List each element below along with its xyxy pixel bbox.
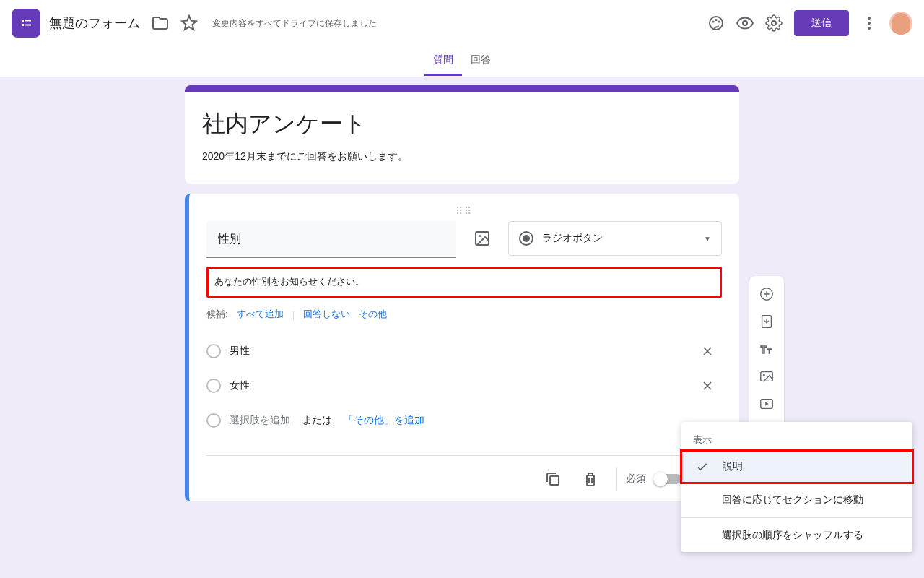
question-card[interactable]: ⠿⠿ ラジオボタン ▼ あなたの性別をお知らせください。 候補: すべて追加 |… (185, 194, 739, 501)
svg-point-10 (772, 21, 776, 25)
svg-rect-1 (22, 20, 24, 22)
question-type-label: ラジオボタン (542, 232, 704, 245)
svg-text:T: T (761, 345, 767, 355)
required-toggle[interactable] (655, 474, 681, 484)
form-title[interactable]: 社内アンケート (202, 108, 722, 140)
preview-icon[interactable] (731, 9, 759, 38)
svg-rect-4 (25, 25, 31, 26)
forms-logo[interactable] (12, 9, 40, 38)
form-description[interactable]: 2020年12月末までにご回答をお願いします。 (202, 150, 722, 163)
suggestion-other[interactable]: その他 (359, 308, 387, 321)
tab-responses[interactable]: 回答 (462, 53, 500, 76)
menu-item-label: 説明 (723, 460, 743, 473)
remove-option-icon[interactable] (693, 371, 722, 400)
chevron-down-icon: ▼ (704, 235, 711, 243)
question-options-menu: 表示 説明 回答に応じてセクションに移動 選択肢の順序をシャッフルする (681, 422, 912, 552)
save-status: 変更内容をすべてドライブに保存しました (212, 17, 377, 30)
question-title-input[interactable] (206, 221, 456, 258)
option-or-text: または (302, 414, 332, 427)
svg-point-15 (479, 235, 481, 237)
document-title[interactable]: 無題のフォーム (49, 14, 140, 32)
question-type-select[interactable]: ラジオボタン ▼ (508, 221, 722, 256)
delete-icon[interactable] (573, 462, 608, 496)
svg-text:T: T (767, 348, 772, 355)
svg-point-13 (868, 27, 871, 30)
radio-icon (206, 379, 221, 393)
avatar[interactable] (889, 12, 912, 35)
duplicate-icon[interactable] (536, 462, 570, 496)
option-row: 女性 (206, 368, 722, 403)
menu-item-label: 選択肢の順序をシャッフルする (722, 529, 863, 542)
drag-handle-icon[interactable]: ⠿⠿ (206, 208, 722, 218)
add-option-row: 選択肢を追加 または 「その他」を追加 (206, 403, 722, 438)
required-label: 必須 (626, 473, 646, 486)
add-title-icon[interactable]: TT (754, 336, 780, 362)
svg-rect-16 (550, 476, 559, 485)
svg-point-25 (763, 374, 765, 376)
add-question-icon[interactable] (754, 281, 780, 307)
add-video-icon[interactable] (754, 391, 780, 417)
svg-point-11 (868, 17, 871, 20)
svg-rect-2 (25, 20, 31, 22)
add-image-icon[interactable] (754, 363, 780, 389)
menu-item-shuffle[interactable]: 選択肢の順序をシャッフルする (681, 517, 912, 552)
suggestion-add-all[interactable]: すべて追加 (237, 308, 284, 321)
radio-icon (519, 231, 533, 246)
star-icon[interactable] (175, 9, 204, 38)
radio-icon (206, 344, 221, 358)
form-header-card[interactable]: 社内アンケート 2020年12月末までにご回答をお願いします。 (185, 85, 739, 184)
menu-item-label: 回答に応じてセクションに移動 (722, 493, 863, 506)
add-option-placeholder[interactable]: 選択肢を追加 (230, 414, 290, 427)
option-text[interactable]: 女性 (230, 379, 684, 392)
send-button[interactable]: 送信 (794, 10, 849, 36)
add-other-link[interactable]: 「その他」を追加 (344, 414, 424, 427)
svg-rect-24 (761, 372, 773, 381)
more-icon[interactable] (855, 9, 884, 38)
popup-header: 表示 (681, 428, 912, 451)
check-icon (694, 458, 711, 475)
remove-option-icon[interactable] (693, 337, 722, 366)
settings-icon[interactable] (759, 9, 788, 38)
suggestions-label: 候補: (206, 308, 228, 321)
tab-questions[interactable]: 質問 (424, 53, 462, 76)
menu-item-goto-section[interactable]: 回答に応じてセクションに移動 (681, 483, 912, 517)
suggestion-no-answer[interactable]: 回答しない (303, 308, 350, 321)
suggestions-row: 候補: すべて追加 | 回答しない その他 (206, 308, 722, 321)
svg-point-9 (743, 21, 747, 25)
option-text[interactable]: 男性 (230, 345, 684, 358)
radio-icon (206, 413, 221, 428)
palette-icon[interactable] (702, 9, 731, 38)
svg-point-8 (718, 21, 720, 23)
svg-rect-3 (22, 24, 24, 26)
svg-point-7 (715, 19, 718, 21)
question-description-input[interactable]: あなたの性別をお知らせください。 (206, 267, 722, 298)
svg-point-12 (868, 22, 871, 25)
import-questions-icon[interactable] (754, 309, 780, 335)
option-row: 男性 (206, 334, 722, 368)
folder-icon[interactable] (146, 9, 175, 38)
svg-point-6 (712, 21, 715, 23)
menu-item-description[interactable]: 説明 (680, 449, 914, 484)
add-image-icon[interactable] (465, 221, 500, 256)
